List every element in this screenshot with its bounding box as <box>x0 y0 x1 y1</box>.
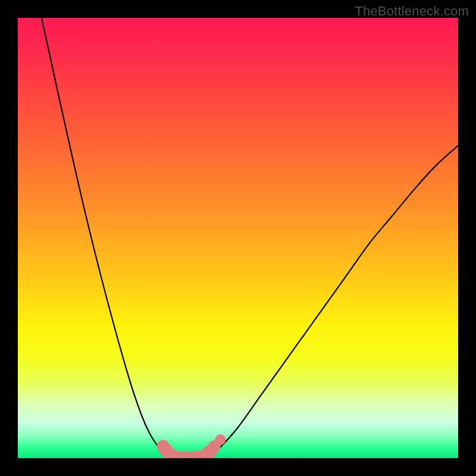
watermark-text: TheBottleneck.com <box>355 4 469 19</box>
chart-frame: TheBottleneck.com <box>0 0 476 476</box>
gradient-background <box>18 18 458 458</box>
